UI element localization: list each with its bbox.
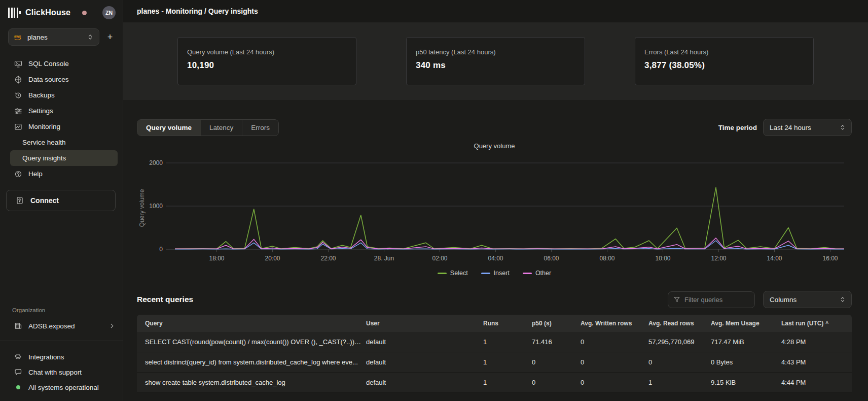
legend-item-insert[interactable]: Insert bbox=[481, 270, 510, 277]
sidebar-footer-chat-with-support[interactable]: Chat with support bbox=[10, 364, 118, 380]
cell-avg-read-rows: 1 bbox=[648, 379, 711, 386]
y-tick-label: 2000 bbox=[149, 159, 163, 166]
sidebar-footer: IntegrationsChat with supportAll systems… bbox=[0, 341, 123, 401]
table-row[interactable]: show create table system.distributed_cac… bbox=[137, 373, 852, 393]
column-header-avg-written-rows[interactable]: Avg. Written rows bbox=[581, 320, 648, 327]
integrations-icon bbox=[14, 353, 22, 361]
column-header-avg-read-rows[interactable]: Avg. Read rows bbox=[648, 320, 711, 327]
legend-item-other[interactable]: Other bbox=[523, 270, 551, 277]
chart-tabs: Query volumeLatencyErrors bbox=[137, 119, 279, 136]
recent-queries-header: Recent queries Columns bbox=[137, 291, 852, 308]
connect-icon bbox=[16, 196, 24, 205]
tab-query-volume[interactable]: Query volume bbox=[137, 120, 201, 136]
sidebar-item-label: Query insights bbox=[22, 154, 66, 162]
content: Query volumeLatencyErrors Time period La… bbox=[123, 100, 868, 401]
organization-switcher[interactable]: ADSB.exposed bbox=[10, 318, 116, 333]
column-header-label: Avg. Read rows bbox=[648, 320, 694, 327]
table-row[interactable]: SELECT CAST(round(pow(count() / max(coun… bbox=[137, 332, 852, 352]
stat-value: 340 ms bbox=[416, 60, 575, 71]
cell-avg-read-rows: 0 bbox=[648, 358, 711, 366]
cell-runs: 1 bbox=[483, 379, 532, 386]
sidebar-item-service-health[interactable]: Service health bbox=[10, 135, 118, 150]
y-tick-label: 0 bbox=[159, 246, 163, 253]
aws-icon: aws bbox=[14, 34, 23, 41]
topbar: planes - Monitoring / Query insights bbox=[123, 0, 868, 22]
column-header-avg-mem-usage[interactable]: Avg. Mem Usage bbox=[711, 320, 781, 327]
column-header-label: p50 (s) bbox=[532, 320, 552, 327]
chart-title: Query volume bbox=[137, 142, 852, 150]
time-period-select[interactable]: Last 24 hours bbox=[763, 119, 852, 136]
column-header-user[interactable]: User bbox=[366, 320, 483, 327]
sidebar-item-query-insights[interactable]: Query insights bbox=[10, 150, 118, 166]
sidebar-bottom: Organization ADSB.exposed IntegrationsCh… bbox=[0, 307, 123, 401]
columns-select[interactable]: Columns bbox=[763, 291, 852, 308]
table-header-row: QueryUserRunsp50 (s)Avg. Written rowsAvg… bbox=[137, 315, 852, 332]
cell-p50-s-: 0 bbox=[532, 379, 581, 386]
organization-name: ADSB.exposed bbox=[28, 322, 75, 330]
sidebar-item-monitoring[interactable]: Monitoring bbox=[10, 119, 118, 135]
sidebar-item-label: SQL Console bbox=[28, 60, 69, 68]
cell-avg-written-rows: 0 bbox=[581, 358, 648, 366]
connect-label: Connect bbox=[30, 196, 59, 205]
service-selector[interactable]: aws planes bbox=[8, 28, 99, 46]
notification-dot-icon[interactable] bbox=[82, 11, 87, 15]
time-period-value: Last 24 hours bbox=[770, 124, 811, 131]
cell-last-run-utc-: 4:44 PM bbox=[781, 379, 852, 386]
cell-user: default bbox=[366, 379, 483, 386]
column-header-last-run-utc-[interactable]: Last run (UTC)^ bbox=[781, 320, 852, 327]
cell-user: default bbox=[366, 338, 483, 346]
sidebar-footer-label: All systems operational bbox=[28, 384, 99, 391]
stat-card-0: Query volume (Last 24 hours)10,190 bbox=[177, 37, 356, 85]
x-tick-label: 28. Jun bbox=[374, 255, 394, 262]
x-tick-label: 10:00 bbox=[655, 255, 670, 262]
cell-avg-mem-usage: 717.47 MiB bbox=[711, 338, 781, 346]
avatar[interactable]: ZN bbox=[102, 6, 116, 19]
x-tick-label: 20:00 bbox=[265, 255, 280, 262]
chevron-updown-icon bbox=[87, 34, 94, 41]
filter-queries-input[interactable] bbox=[684, 296, 745, 304]
stat-card-2: Errors (Last 24 hours)3,877 (38.05%) bbox=[635, 37, 814, 85]
connect-button[interactable]: Connect bbox=[6, 190, 116, 211]
cell-avg-mem-usage: 9.15 KiB bbox=[711, 379, 781, 386]
query-volume-chart[interactable]: 010002000Query volume18:0020:0022:0028. … bbox=[137, 150, 853, 265]
brand-row: ClickHouse ZN bbox=[0, 0, 123, 24]
x-tick-label: 12:00 bbox=[711, 255, 726, 262]
sidebar-item-settings[interactable]: Settings bbox=[10, 103, 118, 119]
tab-latency[interactable]: Latency bbox=[201, 120, 242, 136]
column-header-query[interactable]: Query bbox=[137, 320, 366, 327]
cell-avg-written-rows: 0 bbox=[581, 379, 648, 386]
columns-label: Columns bbox=[770, 296, 797, 304]
tab-errors[interactable]: Errors bbox=[242, 120, 278, 136]
sidebar-footer-integrations[interactable]: Integrations bbox=[10, 349, 118, 364]
stat-card-1: p50 latency (Last 24 hours)340 ms bbox=[406, 37, 585, 85]
sidebar-item-help[interactable]: Help bbox=[10, 166, 118, 182]
monitoring-icon bbox=[14, 123, 22, 131]
column-header-label: Query bbox=[145, 320, 163, 327]
sidebar-item-label: Monitoring bbox=[28, 123, 60, 130]
time-period-label: Time period bbox=[718, 124, 757, 131]
legend-label: Other bbox=[535, 270, 551, 277]
x-tick-label: 04:00 bbox=[488, 255, 503, 262]
table-row[interactable]: select distrinct(query_id) from system.d… bbox=[137, 352, 852, 373]
chart-legend: SelectInsertOther bbox=[137, 270, 852, 277]
legend-item-select[interactable]: Select bbox=[438, 270, 468, 277]
table-body: SELECT CAST(round(pow(count() / max(coun… bbox=[137, 332, 852, 393]
chevron-updown-icon bbox=[839, 296, 846, 303]
column-header-runs[interactable]: Runs bbox=[483, 320, 532, 327]
add-service-button[interactable]: + bbox=[104, 32, 116, 43]
sidebar-footer-all-systems-operational[interactable]: All systems operational bbox=[10, 380, 118, 395]
cell-runs: 1 bbox=[483, 358, 532, 366]
column-header-p50-s-[interactable]: p50 (s) bbox=[532, 320, 581, 327]
sidebar-item-backups[interactable]: Backups bbox=[10, 87, 118, 103]
column-header-label: Avg. Mem Usage bbox=[711, 320, 760, 327]
service-row: aws planes + bbox=[0, 24, 123, 49]
sidebar-item-data-sources[interactable]: Data sources bbox=[10, 72, 118, 87]
sidebar-item-sql-console[interactable]: SQL Console bbox=[10, 56, 118, 72]
sidebar-nav: SQL ConsoleData sourcesBackupsSettingsMo… bbox=[0, 49, 123, 182]
help-icon bbox=[14, 170, 22, 178]
chevron-updown-icon bbox=[839, 124, 846, 131]
settings-icon bbox=[14, 107, 22, 115]
stat-label: Query volume (Last 24 hours) bbox=[187, 48, 347, 56]
main-area: planes - Monitoring / Query insights Que… bbox=[123, 0, 868, 401]
recent-queries-table: QueryUserRunsp50 (s)Avg. Written rowsAvg… bbox=[137, 315, 852, 393]
